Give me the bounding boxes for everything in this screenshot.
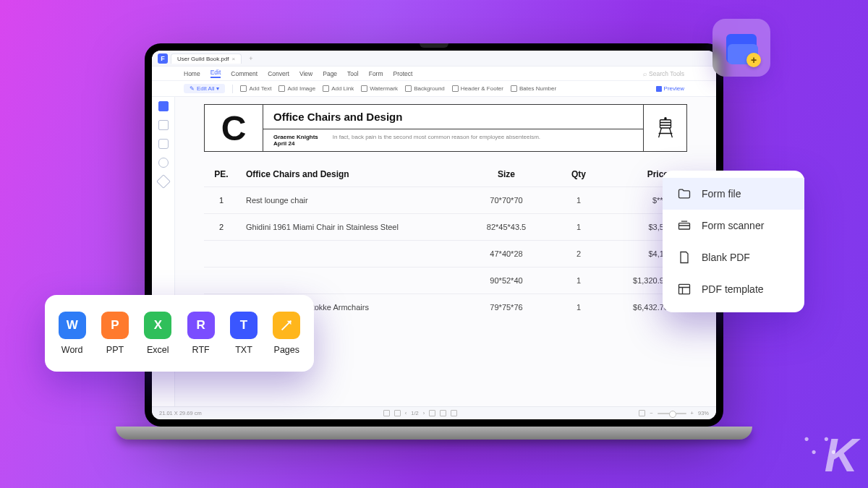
- edit-toolbar: ✎ Edit All ▾ Add TextAdd ImageAdd LinkWa…: [152, 81, 716, 97]
- window-tabbar: F User Guild Book.pdf × +: [152, 51, 716, 67]
- create-option-label: PDF template: [702, 283, 764, 295]
- add-tab-button[interactable]: +: [244, 55, 257, 62]
- menu-edit[interactable]: Edit: [210, 69, 221, 78]
- document-author: Graeme Knights: [273, 134, 318, 140]
- cell-name: Ghidini 1961 Miami Chair in Stainless St…: [239, 214, 470, 241]
- tool-background[interactable]: Background: [405, 85, 445, 92]
- fit-icon[interactable]: [639, 410, 645, 416]
- app-logo-icon: F: [158, 53, 168, 64]
- next-page-icon[interactable]: ›: [423, 410, 425, 416]
- create-option-form-scanner[interactable]: Form scanner: [663, 210, 804, 241]
- layers-icon[interactable]: [156, 174, 171, 189]
- tool-bates-number[interactable]: Bates Number: [511, 85, 556, 92]
- tool-icon: [361, 85, 367, 92]
- format-label: TXT: [235, 345, 252, 355]
- create-option-pdf-template[interactable]: PDF template: [663, 273, 804, 305]
- status-bar: 21.01 X 29.69 cm ‹ 1/2 › − + 93%: [152, 406, 716, 419]
- page-dimensions: 21.01 X 29.69 cm: [159, 410, 202, 416]
- preview-toggle[interactable]: Preview: [656, 85, 684, 92]
- view-mode-icon[interactable]: [383, 410, 390, 416]
- cell-size: 79*75*76: [470, 294, 542, 321]
- svg-rect-2: [679, 223, 690, 229]
- create-option-form-file[interactable]: Form file: [663, 178, 804, 210]
- menu-form[interactable]: Form: [369, 70, 383, 77]
- format-pages[interactable]: Pages: [273, 312, 300, 355]
- cell-size: 70*70*70: [470, 187, 542, 214]
- search-tools-input[interactable]: ⌕Search Tools: [643, 70, 684, 77]
- menu-convert[interactable]: Convert: [268, 70, 289, 77]
- chevron-down-icon: ▾: [216, 85, 219, 92]
- tool-add-text[interactable]: Add Text: [240, 85, 271, 92]
- page-indicator: 1/2: [411, 410, 418, 416]
- svg-rect-3: [679, 284, 690, 294]
- format-badge-icon: R: [187, 312, 215, 339]
- format-txt[interactable]: TTXT: [230, 312, 258, 355]
- format-word[interactable]: WWord: [59, 312, 86, 355]
- toolbar-separator: [232, 85, 233, 93]
- folder-icon: [677, 187, 692, 201]
- tool-icon: [511, 85, 517, 92]
- cell-size: 82*45*43.5: [470, 214, 542, 241]
- menu-view[interactable]: View: [299, 70, 312, 77]
- layout-icon[interactable]: [429, 410, 435, 416]
- menu-page[interactable]: Page: [323, 70, 337, 77]
- document-date: April 24: [273, 140, 318, 147]
- cell-pe: [204, 241, 239, 267]
- create-option-label: Form file: [702, 188, 741, 200]
- format-label: PPT: [106, 345, 124, 355]
- tool-header-footer[interactable]: Header & Footer: [452, 85, 503, 92]
- cell-qty: 2: [542, 241, 615, 267]
- zoom-in-icon[interactable]: +: [691, 410, 694, 416]
- menu-comment[interactable]: Comment: [231, 70, 258, 77]
- table-row[interactable]: 1Rest lounge chair70*70*701$**.*: [204, 187, 687, 214]
- section-letter: C: [205, 105, 263, 151]
- watermark-k-logo: • • • • K: [825, 429, 855, 482]
- file-tab[interactable]: User Guild Book.pdf ×: [171, 53, 242, 64]
- cell-name: [239, 241, 470, 267]
- preview-label: Preview: [664, 85, 684, 92]
- table-row[interactable]: 2Ghidini 1961 Miami Chair in Stainless S…: [204, 214, 687, 241]
- format-ppt[interactable]: PPPT: [101, 312, 129, 355]
- close-tab-icon[interactable]: ×: [232, 56, 236, 62]
- document-header-card: C Office Chairs and Design Graeme Knight…: [204, 104, 687, 152]
- format-label: Excel: [147, 345, 169, 355]
- export-formats-card: WWordPPPTXExcelRRTFTTXTPages: [45, 295, 314, 372]
- tool-icon: [240, 85, 247, 92]
- menu-protect[interactable]: Protect: [393, 70, 413, 77]
- format-badge-icon: T: [230, 312, 258, 339]
- format-excel[interactable]: XExcel: [144, 312, 171, 355]
- cell-name: [239, 267, 470, 294]
- layout-icon[interactable]: [440, 410, 446, 416]
- cell-size: 90*52*40: [470, 267, 542, 294]
- format-rtf[interactable]: RRTF: [187, 312, 215, 355]
- add-document-tile[interactable]: +: [712, 19, 770, 77]
- tool-add-link[interactable]: Add Link: [323, 85, 354, 92]
- menu-tool[interactable]: Tool: [347, 70, 359, 77]
- format-label: Word: [61, 345, 83, 355]
- table-row[interactable]: 47*40*282$4,12: [204, 241, 687, 267]
- create-option-label: Blank PDF: [702, 252, 750, 263]
- zoom-slider[interactable]: [658, 413, 686, 414]
- thumbnails-icon[interactable]: [158, 101, 169, 111]
- menu-home[interactable]: Home: [184, 70, 200, 77]
- create-option-blank-pdf[interactable]: Blank PDF: [663, 241, 804, 273]
- scanner-icon: [677, 218, 692, 233]
- format-badge-icon: P: [101, 312, 129, 339]
- zoom-out-icon[interactable]: −: [650, 410, 652, 416]
- comments-icon[interactable]: [158, 139, 169, 149]
- bookmarks-icon[interactable]: [158, 120, 169, 130]
- template-icon: [677, 282, 692, 296]
- blank-icon: [677, 250, 692, 265]
- layout-icon[interactable]: [451, 410, 457, 416]
- search-rail-icon[interactable]: [158, 158, 169, 168]
- pencil-icon: ✎: [190, 85, 195, 92]
- main-menubar: HomeEditCommentConvertViewPageToolFormPr…: [152, 67, 716, 81]
- tool-watermark[interactable]: Watermark: [361, 85, 398, 92]
- edit-all-button[interactable]: ✎ Edit All ▾: [184, 84, 225, 93]
- tool-add-image[interactable]: Add Image: [278, 85, 315, 92]
- prev-page-icon[interactable]: ‹: [405, 410, 407, 416]
- cell-pe: [204, 267, 239, 294]
- table-row[interactable]: 90*52*401$1,320.92: [204, 267, 687, 294]
- plus-badge-icon: +: [746, 53, 761, 67]
- view-mode-icon[interactable]: [394, 410, 401, 416]
